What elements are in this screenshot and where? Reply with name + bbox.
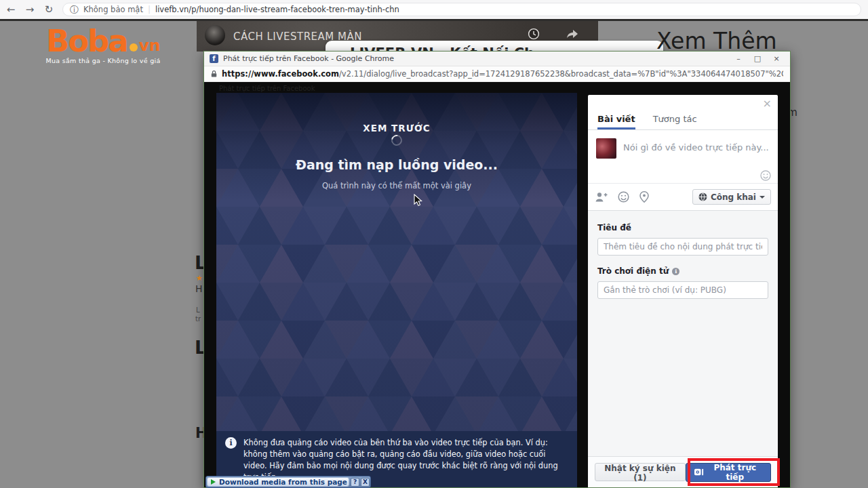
popup-url: https://www.facebook.com/v2.11/dialog/li…	[222, 69, 783, 79]
info-icon: i	[225, 437, 237, 449]
broadcast-settings-panel: × Bài viết Tương tác Nói gì đó về video …	[588, 95, 778, 487]
stream-preview-canvas: XEM TRƯỚC Đang tìm nạp luồng video... Qu…	[216, 93, 577, 431]
refresh-icon[interactable]: ↻	[41, 3, 57, 16]
boba-logo-text: Boba	[46, 27, 127, 55]
minimize-button[interactable]: –	[729, 52, 748, 66]
live-broadcast-popup-window: f Phát trực tiếp trên Facebook - Google …	[203, 51, 791, 488]
browser-toolbar: ← → ↻ ⓘ Không bảo mật | livefb.vn/p/huon…	[0, 0, 868, 19]
panel-footer: Nhật ký sự kiện (1) Phát trực tiếp	[588, 456, 778, 487]
preview-heading: XEM TRƯỚC	[216, 123, 577, 134]
popup-content: Phát trực tiếp trên Facebook	[204, 83, 790, 487]
play-icon	[211, 479, 216, 485]
popup-titlebar[interactable]: f Phát trực tiếp trên Facebook - Google …	[204, 52, 790, 66]
title-input[interactable]	[597, 238, 768, 256]
game-info-icon[interactable]: i	[672, 268, 679, 275]
popup-url-path: /v2.11/dialog/live_broadcast?app_id=1724…	[339, 69, 783, 79]
stream-status-title: Đang tìm nạp luồng video...	[216, 157, 577, 172]
popup-urlbar[interactable]: https://www.facebook.com/v2.11/dialog/li…	[204, 66, 790, 82]
security-label: Không bảo mật	[83, 5, 143, 14]
lock-icon	[211, 69, 217, 79]
text-fragment: H	[195, 283, 203, 294]
close-window-button[interactable]: ×	[767, 52, 786, 66]
globe-icon	[698, 192, 707, 201]
game-field-label: Trò chơi điện tử i	[597, 266, 768, 276]
game-tag-input[interactable]	[597, 281, 768, 299]
share-icon[interactable]	[566, 28, 579, 40]
text-fragment: tr	[195, 315, 201, 323]
tab-interaction[interactable]: Tương tác	[653, 114, 697, 129]
channel-avatar	[205, 25, 225, 45]
go-live-label: Phát trực tiếp	[708, 463, 762, 482]
emoji-picker-icon[interactable]	[760, 170, 771, 181]
download-media-button[interactable]: Download media from this page	[207, 477, 349, 487]
star-icon: ★	[196, 274, 203, 283]
tab-post[interactable]: Bài viết	[597, 114, 635, 129]
address-url: livefb.vn/p/huong-dan-live-stream-facebo…	[155, 5, 399, 14]
boba-logo-dot-icon	[130, 43, 138, 52]
page-top-strip	[0, 19, 868, 21]
mouse-cursor-icon	[414, 194, 426, 207]
download-close-button[interactable]: X	[361, 478, 370, 487]
panel-tabs: Bài viết Tương tác	[588, 95, 778, 130]
page-info-icon[interactable]: ⓘ	[70, 5, 79, 14]
address-bar[interactable]: ⓘ Không bảo mật | livefb.vn/p/huong-dan-…	[62, 3, 861, 16]
stream-status-subtitle: Quá trình này có thể mất một vài giây	[216, 181, 577, 190]
forward-icon[interactable]: →	[22, 3, 38, 16]
composer-placeholder[interactable]: Nói gì đó về video trực tiếp này...	[623, 138, 769, 168]
composer-actions: Công khai	[588, 183, 778, 210]
location-pin-icon[interactable]	[639, 191, 649, 203]
close-icon[interactable]: ×	[763, 98, 772, 109]
user-avatar	[596, 138, 616, 159]
privacy-selector[interactable]: Công khai	[692, 189, 771, 205]
title-field-label: Tiêu đề	[597, 223, 768, 232]
stream-preview: XEM TRƯỚC Đang tìm nạp luồng video... Qu…	[216, 93, 577, 487]
download-help-button[interactable]: ?	[351, 478, 359, 487]
address-divider: |	[148, 5, 151, 14]
boba-logo-tagline: Mua sắm thả ga - Không lo về giá	[42, 57, 164, 64]
download-media-toolbar: Download media from this page ? X	[205, 476, 371, 488]
feeling-icon[interactable]	[618, 191, 629, 203]
watch-later-icon[interactable]	[528, 28, 540, 40]
facebook-favicon: f	[210, 54, 218, 63]
title-label-text: Tiêu đề	[597, 223, 631, 232]
download-media-label: Download media from this page	[219, 478, 347, 486]
back-icon[interactable]: ←	[3, 3, 19, 16]
privacy-label: Công khai	[711, 192, 756, 202]
broadcast-form: Tiêu đề Trò chơi điện tử i	[588, 210, 778, 456]
post-composer[interactable]: Nói gì đó về video trực tiếp này...	[588, 130, 778, 168]
maximize-button[interactable]: □	[748, 52, 767, 66]
popup-url-host: https://www.facebook.com	[222, 69, 339, 79]
text-fragment: L	[196, 306, 200, 314]
tag-people-icon[interactable]	[595, 191, 608, 203]
chevron-down-icon	[760, 196, 765, 199]
event-log-button[interactable]: Nhật ký sự kiện (1)	[595, 463, 686, 481]
boba-logo: Boba vn Mua sắm thả ga - Không lo về giá	[42, 27, 164, 64]
go-live-button[interactable]: Phát trực tiếp	[686, 463, 771, 482]
live-video-icon	[694, 468, 704, 476]
game-label-text: Trò chơi điện tử	[597, 266, 669, 276]
ghost-title: Phát trực tiếp trên Facebook	[219, 85, 315, 92]
popup-window-title: Phát trực tiếp trên Facebook - Google Ch…	[223, 54, 729, 63]
boba-logo-vn: vn	[139, 38, 160, 54]
